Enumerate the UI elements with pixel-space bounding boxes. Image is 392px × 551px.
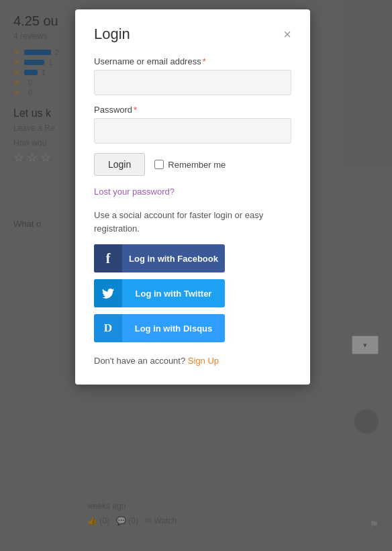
remember-me-label[interactable]: Remember me [154, 160, 226, 170]
signup-row: Don't have an account? Sign Up [94, 356, 291, 366]
username-required: * [203, 56, 206, 66]
login-row: Login Remember me [94, 153, 291, 176]
username-group: Username or email address* [94, 56, 291, 95]
facebook-login-button[interactable]: f Log in with Facebook [94, 244, 225, 272]
modal-title: Login [94, 26, 130, 43]
username-input[interactable] [94, 70, 291, 95]
twitter-icon [94, 279, 122, 307]
twitter-login-button[interactable]: Log in with Twitter [94, 279, 225, 307]
remember-checkbox[interactable] [154, 160, 164, 169]
disqus-icon: D [94, 314, 122, 342]
password-required: * [134, 105, 137, 115]
twitter-btn-label: Log in with Twitter [122, 289, 225, 299]
signup-link[interactable]: Sign Up [188, 356, 219, 366]
lost-password-link[interactable]: Lost your password? [94, 187, 291, 197]
password-label: Password* [94, 105, 291, 115]
disqus-btn-label: Log in with Disqus [122, 323, 225, 334]
remember-me-text: Remember me [168, 160, 226, 170]
facebook-icon: f [94, 244, 122, 272]
login-button[interactable]: Login [94, 153, 145, 176]
no-account-text: Don't have an account? [94, 356, 185, 366]
login-modal: Login × Username or email address* Passw… [75, 9, 310, 385]
password-group: Password* [94, 105, 291, 144]
modal-header: Login × [94, 26, 291, 43]
social-hint-text: Use a social account for faster login or… [94, 209, 291, 235]
password-input[interactable] [94, 118, 291, 144]
close-button[interactable]: × [283, 28, 291, 41]
facebook-btn-label: Log in with Facebook [122, 254, 225, 264]
username-label: Username or email address* [94, 56, 291, 66]
disqus-login-button[interactable]: D Log in with Disqus [94, 314, 225, 342]
